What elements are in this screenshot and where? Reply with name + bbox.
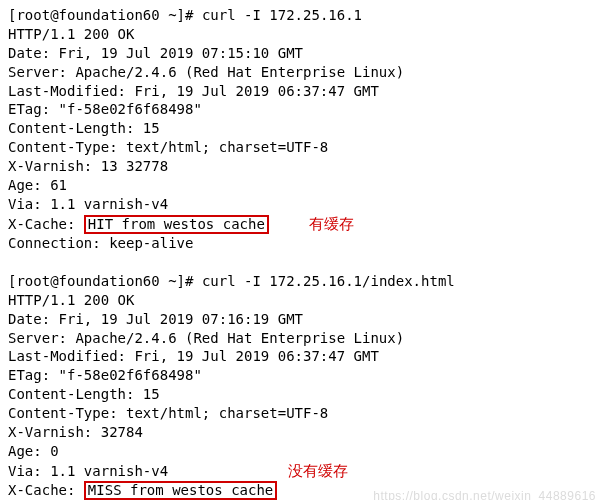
annotation-has-cache: 有缓存 xyxy=(309,214,354,234)
response-line: Last-Modified: Fri, 19 Jul 2019 06:37:47… xyxy=(8,347,598,366)
shell-prompt: [root@foundation60 ~]# xyxy=(8,7,202,23)
annotation-no-cache: 没有缓存 xyxy=(288,461,348,481)
response-line: Via: 1.1 varnish-v4 xyxy=(8,195,598,214)
shell-prompt: [root@foundation60 ~]# xyxy=(8,273,202,289)
highlight-box-miss: MISS from westos cache xyxy=(84,481,277,500)
xcache-label: X-Cache: xyxy=(8,482,84,498)
response-line: Content-Type: text/html; charset=UTF-8 xyxy=(8,138,598,157)
via-line: Via: 1.1 varnish-v4没有缓存 xyxy=(8,461,598,481)
response-line: X-Varnish: 32784 xyxy=(8,423,598,442)
xcache-line-hit: X-Cache: HIT from westos cache有缓存 xyxy=(8,214,598,234)
response-line: ETag: "f-58e02f6f68498" xyxy=(8,366,598,385)
via-label: Via: 1.1 varnish-v4 xyxy=(8,463,168,479)
shell-command-line: [root@foundation60 ~]# curl -I 172.25.16… xyxy=(8,272,598,291)
response-line: Server: Apache/2.4.6 (Red Hat Enterprise… xyxy=(8,329,598,348)
response-line: ETag: "f-58e02f6f68498" xyxy=(8,100,598,119)
response-line: Date: Fri, 19 Jul 2019 07:15:10 GMT xyxy=(8,44,598,63)
terminal-output: [root@foundation60 ~]# curl -I 172.25.16… xyxy=(0,0,606,500)
response-line: HTTP/1.1 200 OK xyxy=(8,25,598,44)
shell-command: curl -I 172.25.16.1/index.html xyxy=(202,273,455,289)
response-line: Date: Fri, 19 Jul 2019 07:16:19 GMT xyxy=(8,310,598,329)
response-line: HTTP/1.1 200 OK xyxy=(8,291,598,310)
blank-line xyxy=(8,253,598,272)
response-line: Last-Modified: Fri, 19 Jul 2019 06:37:47… xyxy=(8,82,598,101)
response-line: Server: Apache/2.4.6 (Red Hat Enterprise… xyxy=(8,63,598,82)
response-line: Content-Type: text/html; charset=UTF-8 xyxy=(8,404,598,423)
highlight-box-hit: HIT from westos cache xyxy=(84,215,269,234)
response-line: Content-Length: 15 xyxy=(8,119,598,138)
response-line: Connection: keep-alive xyxy=(8,234,598,253)
watermark-text: https://blog.csdn.net/weixin_44889616 xyxy=(373,488,596,500)
response-line: Age: 0 xyxy=(8,442,598,461)
xcache-label: X-Cache: xyxy=(8,216,84,232)
shell-command: curl -I 172.25.16.1 xyxy=(202,7,362,23)
response-line: X-Varnish: 13 32778 xyxy=(8,157,598,176)
response-line: Age: 61 xyxy=(8,176,598,195)
response-line: Content-Length: 15 xyxy=(8,385,598,404)
shell-command-line: [root@foundation60 ~]# curl -I 172.25.16… xyxy=(8,6,598,25)
